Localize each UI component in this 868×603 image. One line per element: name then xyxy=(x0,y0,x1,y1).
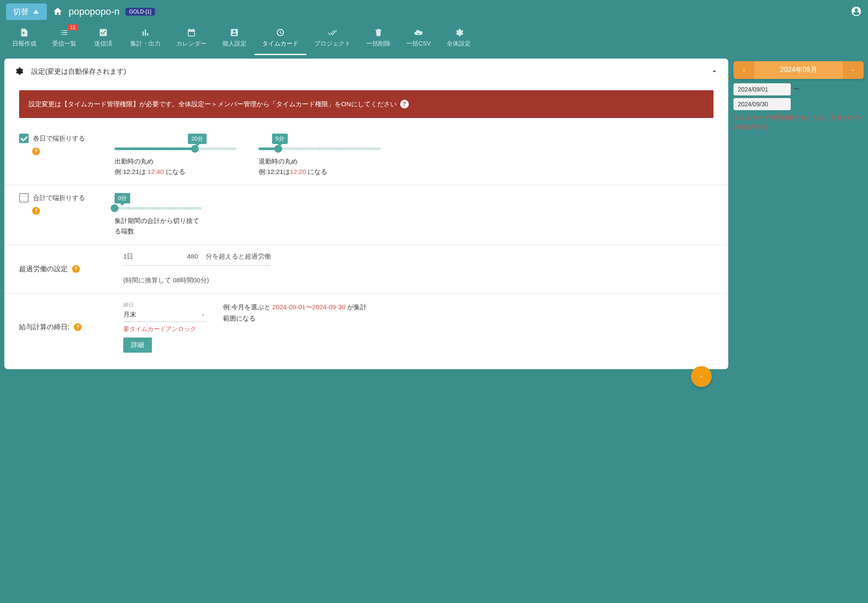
slider-clock-out: 5分 退勤時の丸め 例:12:21は12:20 になる xyxy=(259,134,380,177)
row-daily-rounding: 各日で端折りする ? 20分 出勤時の丸め 例:12:21は 1 xyxy=(4,126,728,185)
month-picker: 2024年09月 xyxy=(733,61,864,79)
warning-text: 設定変更は【タイムカード管理権限】が必要です。全体設定ー＞メンバー管理から「タイ… xyxy=(29,99,397,109)
nav-label: タイムカード xyxy=(262,40,299,48)
slider-example: 例:12:21は 12:40 になる xyxy=(115,167,236,177)
row-overtime: 超過労働の設定 ? 1日 480 分を超えると超過労働 (時間に換算して 08時… xyxy=(4,245,728,294)
switch-label: 切替 xyxy=(13,7,29,17)
app-title: popopopo-n xyxy=(69,6,119,17)
gear-icon xyxy=(454,28,464,37)
checkbox-label: 合計で端折りする xyxy=(33,194,85,202)
nav-tab-calendar[interactable]: カレンダー xyxy=(168,23,214,55)
month-label: 2024年09月 xyxy=(754,61,843,79)
nav-label: 送信済 xyxy=(94,40,112,48)
nav-tab-personal[interactable]: 個人設定 xyxy=(214,23,254,55)
permission-warning-banner: 設定変更は【タイムカード管理権限】が必要です。全体設定ー＞メンバー管理から「タイ… xyxy=(19,90,713,118)
help-icon[interactable]: ? xyxy=(72,265,80,273)
nav-tab-timecard[interactable]: タイムカード xyxy=(254,23,306,55)
slider-thumb[interactable] xyxy=(274,145,282,153)
cutoff-select[interactable]: 月末 xyxy=(123,309,206,322)
gold-badge: GOLD-[1] xyxy=(125,8,155,16)
account-icon[interactable] xyxy=(851,6,862,18)
nav-tab-sent[interactable]: 送信済 xyxy=(84,23,122,55)
cutoff-unlock-warning: 要タイムカードアンロック xyxy=(123,325,206,333)
checkbox-daily-round[interactable] xyxy=(19,134,29,143)
timer-icon xyxy=(276,28,285,37)
cutoff-select-value: 月末 xyxy=(123,311,136,319)
cutoff-small-label: 締日 xyxy=(123,302,206,309)
slider-tooltip: 20分 xyxy=(188,134,207,144)
nav-tab-project[interactable]: プロジェクト xyxy=(306,23,358,55)
help-icon[interactable]: ? xyxy=(74,323,82,331)
chevron-right-icon xyxy=(851,68,855,72)
help-icon[interactable]: ? xyxy=(32,147,40,155)
chevron-left-icon xyxy=(742,68,746,72)
sidebar-warning: タイムカード管理権限が無いため、自身の分のみ表示可です xyxy=(733,113,864,132)
slider-clock-in: 20分 出勤時の丸め 例:12:21は 12:40 になる xyxy=(115,134,236,177)
overtime-suffix: 分を超えると超過労働 xyxy=(206,252,271,261)
nav-label: カレンダー xyxy=(176,40,207,48)
overtime-value[interactable]: 480 xyxy=(187,252,198,260)
nav-label: 全体設定 xyxy=(447,40,471,48)
slider-thumb[interactable] xyxy=(111,204,118,212)
nav-tab-bulk-csv[interactable]: 一括CSV xyxy=(398,23,439,55)
inbox-badge: 11 xyxy=(68,24,78,30)
slider-tooltip: 5分 xyxy=(272,134,288,144)
nav-label: 日報作成 xyxy=(12,40,36,48)
sidebar: 2024年09月 2024/09/01 〜 2024/09/30 タイムカード管… xyxy=(733,59,864,132)
month-prev-button[interactable] xyxy=(733,61,754,79)
gear-icon xyxy=(14,66,23,77)
help-icon[interactable]: ? xyxy=(400,100,409,108)
trash-icon xyxy=(374,28,383,37)
month-next-button[interactable] xyxy=(843,61,864,79)
nav-tab-inbox[interactable]: 11 受信一覧 xyxy=(44,23,84,55)
slider-tooltip: 0分 xyxy=(115,193,130,203)
slider-example: 例:12:21は12:20 になる xyxy=(259,167,380,177)
slider-track[interactable] xyxy=(115,207,201,210)
card-header: 設定(変更は自動保存されます) xyxy=(4,59,728,80)
slider-title: 出勤時の丸め xyxy=(115,156,236,167)
overtime-unit[interactable]: 1日 xyxy=(123,252,133,261)
nav-tab-aggregate[interactable]: 集計・出力 xyxy=(122,23,168,55)
detail-button[interactable]: 詳細 xyxy=(123,338,152,353)
chevron-down-icon xyxy=(201,312,206,318)
nav-label: 受信一覧 xyxy=(52,40,76,48)
row-cutoff: 給与計算の締日: ? 締日 月末 要タイムカードアンロック 詳細 例:今月を選ぶ… xyxy=(4,294,728,360)
nav-label: 個人設定 xyxy=(222,40,247,48)
collapse-button[interactable] xyxy=(710,67,719,77)
checkbox-label: 各日で端折りする xyxy=(33,134,85,143)
nav-label: 一括CSV xyxy=(406,40,431,48)
nav-tabs: 日報作成 11 受信一覧 送信済 集計・出力 カレンダー 個人設定 タイムカード… xyxy=(0,23,868,55)
row-total-rounding: 合計で端折りする ? 0分 集計期間の合計から切り捨てる端数 xyxy=(4,185,728,245)
nav-tab-global-settings[interactable]: 全体設定 xyxy=(439,23,479,55)
nav-label: プロジェクト xyxy=(314,40,351,48)
cutoff-example: 例:今月を選ぶと 2024-09-01〜2024-09-30 が集計範囲になる xyxy=(223,302,371,324)
check-all-icon xyxy=(328,28,337,37)
nav-label: 一括削除 xyxy=(366,40,391,48)
date-from-input[interactable]: 2024/09/01 xyxy=(733,83,791,95)
date-tilde: 〜 xyxy=(793,85,799,93)
nav-tab-bulk-delete[interactable]: 一括削除 xyxy=(358,23,398,55)
nav-tab-nippou[interactable]: 日報作成 xyxy=(4,23,44,55)
date-to-input[interactable]: 2024/09/30 xyxy=(733,98,791,110)
overtime-label: 超過労働の設定 xyxy=(19,265,68,274)
card-title: 設定(変更は自動保存されます) xyxy=(31,67,126,76)
cloud-download-icon xyxy=(414,28,423,37)
home-icon[interactable] xyxy=(53,7,62,17)
person-box-icon xyxy=(230,28,239,37)
file-plus-icon xyxy=(20,28,29,37)
bar-chart-icon xyxy=(141,28,150,37)
settings-card: 設定(変更は自動保存されます) 設定変更は【タイムカード管理権限】が必要です。全… xyxy=(4,59,728,369)
top-bar: 切替 popopopo-n GOLD-[1] xyxy=(0,0,868,23)
chevron-up-icon xyxy=(710,67,719,75)
slider-title: 退勤時の丸め xyxy=(259,156,380,167)
overtime-note: (時間に換算して 08時間00分) xyxy=(123,275,210,285)
triangle-up-icon xyxy=(32,8,40,16)
switch-button[interactable]: 切替 xyxy=(6,3,47,20)
slider-thumb[interactable] xyxy=(191,145,199,153)
help-icon[interactable]: ? xyxy=(32,207,40,215)
slider-track[interactable] xyxy=(259,147,380,150)
checkbox-total-round[interactable] xyxy=(19,193,29,203)
nav-label: 集計・出力 xyxy=(130,40,161,48)
check-box-icon xyxy=(99,28,108,37)
slider-track[interactable] xyxy=(115,147,236,150)
